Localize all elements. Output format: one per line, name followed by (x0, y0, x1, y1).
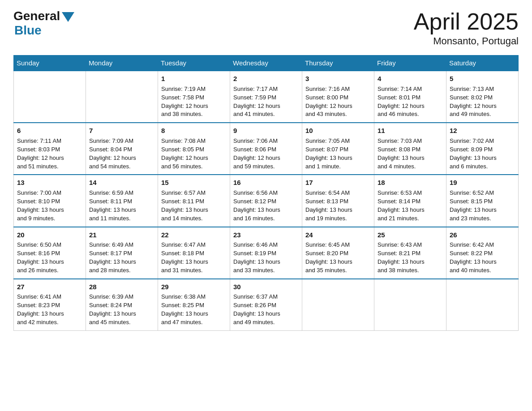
weekday-header-wednesday: Wednesday (230, 56, 302, 71)
day-number: 27 (17, 282, 82, 292)
logo-triangle-icon (62, 12, 74, 22)
weekday-header-thursday: Thursday (302, 56, 374, 71)
calendar-cell: 2Sunrise: 7:17 AMSunset: 7:59 PMDaylight… (230, 71, 302, 123)
day-info: Sunrise: 7:11 AMSunset: 8:03 PMDaylight:… (17, 137, 82, 171)
calendar-table: SundayMondayTuesdayWednesdayThursdayFrid… (13, 55, 519, 331)
day-number: 9 (233, 126, 299, 136)
logo-general-text: General (13, 9, 60, 23)
day-number: 14 (89, 178, 154, 188)
logo: General Blue (13, 9, 74, 38)
calendar-cell: 10Sunrise: 7:05 AMSunset: 8:07 PMDayligh… (302, 123, 374, 175)
calendar-cell: 18Sunrise: 6:53 AMSunset: 8:14 PMDayligh… (374, 175, 446, 227)
calendar-cell: 26Sunrise: 6:42 AMSunset: 8:22 PMDayligh… (446, 227, 519, 279)
calendar-cell (374, 279, 446, 331)
day-number: 23 (233, 230, 299, 240)
weekday-header-monday: Monday (86, 56, 158, 71)
calendar-cell: 28Sunrise: 6:39 AMSunset: 8:24 PMDayligh… (86, 279, 158, 331)
day-number: 4 (378, 74, 443, 84)
title-area: April 2025 Monsanto, Portugal (414, 9, 519, 47)
calendar-cell: 11Sunrise: 7:03 AMSunset: 8:08 PMDayligh… (374, 123, 446, 175)
calendar-cell: 21Sunrise: 6:49 AMSunset: 8:17 PMDayligh… (86, 227, 158, 279)
day-info: Sunrise: 7:02 AMSunset: 8:09 PMDaylight:… (450, 137, 515, 171)
day-info: Sunrise: 6:50 AMSunset: 8:16 PMDaylight:… (17, 241, 82, 274)
day-info: Sunrise: 7:17 AMSunset: 7:59 PMDaylight:… (233, 85, 299, 119)
day-number: 20 (17, 230, 82, 240)
day-info: Sunrise: 7:09 AMSunset: 8:04 PMDaylight:… (89, 137, 154, 171)
calendar-cell: 5Sunrise: 7:13 AMSunset: 8:02 PMDaylight… (446, 71, 519, 123)
day-info: Sunrise: 6:54 AMSunset: 8:13 PMDaylight:… (305, 189, 371, 223)
weekday-header-friday: Friday (374, 56, 446, 71)
day-number: 21 (89, 230, 154, 240)
day-info: Sunrise: 7:08 AMSunset: 8:05 PMDaylight:… (161, 137, 227, 171)
calendar-cell: 20Sunrise: 6:50 AMSunset: 8:16 PMDayligh… (14, 227, 86, 279)
week-row-5: 27Sunrise: 6:41 AMSunset: 8:23 PMDayligh… (14, 279, 519, 331)
day-info: Sunrise: 7:13 AMSunset: 8:02 PMDaylight:… (450, 85, 515, 119)
day-number: 18 (378, 178, 443, 188)
calendar-cell: 22Sunrise: 6:47 AMSunset: 8:18 PMDayligh… (158, 227, 230, 279)
day-number: 11 (378, 126, 443, 136)
month-title: April 2025 (414, 9, 519, 34)
day-info: Sunrise: 6:52 AMSunset: 8:15 PMDaylight:… (450, 189, 515, 223)
day-number: 16 (233, 178, 299, 188)
day-info: Sunrise: 6:49 AMSunset: 8:17 PMDaylight:… (89, 241, 154, 274)
calendar-cell: 3Sunrise: 7:16 AMSunset: 8:00 PMDaylight… (302, 71, 374, 123)
day-info: Sunrise: 6:39 AMSunset: 8:24 PMDaylight:… (89, 293, 154, 326)
calendar-cell: 6Sunrise: 7:11 AMSunset: 8:03 PMDaylight… (14, 123, 86, 175)
day-number: 26 (450, 230, 515, 240)
calendar-cell: 25Sunrise: 6:43 AMSunset: 8:21 PMDayligh… (374, 227, 446, 279)
day-info: Sunrise: 7:16 AMSunset: 8:00 PMDaylight:… (305, 85, 371, 119)
day-number: 22 (161, 230, 227, 240)
weekday-header-sunday: Sunday (14, 56, 86, 71)
calendar-cell: 30Sunrise: 6:37 AMSunset: 8:26 PMDayligh… (230, 279, 302, 331)
day-number: 7 (89, 126, 154, 136)
day-info: Sunrise: 6:42 AMSunset: 8:22 PMDaylight:… (450, 241, 515, 274)
week-row-3: 13Sunrise: 7:00 AMSunset: 8:10 PMDayligh… (14, 175, 519, 227)
calendar-cell (14, 71, 86, 123)
day-number: 29 (161, 282, 227, 292)
day-info: Sunrise: 7:00 AMSunset: 8:10 PMDaylight:… (17, 189, 82, 223)
week-row-4: 20Sunrise: 6:50 AMSunset: 8:16 PMDayligh… (14, 227, 519, 279)
calendar-cell: 7Sunrise: 7:09 AMSunset: 8:04 PMDaylight… (86, 123, 158, 175)
day-info: Sunrise: 7:14 AMSunset: 8:01 PMDaylight:… (378, 85, 443, 119)
day-number: 24 (305, 230, 371, 240)
day-number: 12 (450, 126, 515, 136)
day-info: Sunrise: 6:46 AMSunset: 8:19 PMDaylight:… (233, 241, 299, 274)
calendar-cell: 16Sunrise: 6:56 AMSunset: 8:12 PMDayligh… (230, 175, 302, 227)
calendar-cell (86, 71, 158, 123)
day-number: 28 (89, 282, 154, 292)
day-info: Sunrise: 6:59 AMSunset: 8:11 PMDaylight:… (89, 189, 154, 223)
day-info: Sunrise: 6:37 AMSunset: 8:26 PMDaylight:… (233, 293, 299, 326)
calendar-cell: 24Sunrise: 6:45 AMSunset: 8:20 PMDayligh… (302, 227, 374, 279)
day-info: Sunrise: 6:56 AMSunset: 8:12 PMDaylight:… (233, 189, 299, 223)
day-info: Sunrise: 7:19 AMSunset: 7:58 PMDaylight:… (161, 85, 227, 119)
day-number: 10 (305, 126, 371, 136)
day-number: 17 (305, 178, 371, 188)
calendar-cell: 15Sunrise: 6:57 AMSunset: 8:11 PMDayligh… (158, 175, 230, 227)
calendar-cell: 17Sunrise: 6:54 AMSunset: 8:13 PMDayligh… (302, 175, 374, 227)
calendar-cell: 27Sunrise: 6:41 AMSunset: 8:23 PMDayligh… (14, 279, 86, 331)
day-number: 15 (161, 178, 227, 188)
calendar-cell: 8Sunrise: 7:08 AMSunset: 8:05 PMDaylight… (158, 123, 230, 175)
day-info: Sunrise: 6:47 AMSunset: 8:18 PMDaylight:… (161, 241, 227, 274)
calendar-cell: 19Sunrise: 6:52 AMSunset: 8:15 PMDayligh… (446, 175, 519, 227)
calendar-cell: 4Sunrise: 7:14 AMSunset: 8:01 PMDaylight… (374, 71, 446, 123)
day-info: Sunrise: 7:03 AMSunset: 8:08 PMDaylight:… (378, 137, 443, 171)
calendar-cell: 1Sunrise: 7:19 AMSunset: 7:58 PMDaylight… (158, 71, 230, 123)
calendar-cell: 29Sunrise: 6:38 AMSunset: 8:25 PMDayligh… (158, 279, 230, 331)
day-info: Sunrise: 7:06 AMSunset: 8:06 PMDaylight:… (233, 137, 299, 171)
day-number: 8 (161, 126, 227, 136)
calendar-cell: 9Sunrise: 7:06 AMSunset: 8:06 PMDaylight… (230, 123, 302, 175)
calendar-cell: 12Sunrise: 7:02 AMSunset: 8:09 PMDayligh… (446, 123, 519, 175)
day-info: Sunrise: 6:38 AMSunset: 8:25 PMDaylight:… (161, 293, 227, 326)
day-number: 5 (450, 74, 515, 84)
day-info: Sunrise: 6:41 AMSunset: 8:23 PMDaylight:… (17, 293, 82, 326)
day-info: Sunrise: 7:05 AMSunset: 8:07 PMDaylight:… (305, 137, 371, 171)
calendar-cell: 13Sunrise: 7:00 AMSunset: 8:10 PMDayligh… (14, 175, 86, 227)
weekday-header-tuesday: Tuesday (158, 56, 230, 71)
day-info: Sunrise: 6:45 AMSunset: 8:20 PMDaylight:… (305, 241, 371, 274)
day-number: 25 (378, 230, 443, 240)
day-number: 2 (233, 74, 299, 84)
calendar-cell: 23Sunrise: 6:46 AMSunset: 8:19 PMDayligh… (230, 227, 302, 279)
weekday-header-row: SundayMondayTuesdayWednesdayThursdayFrid… (14, 56, 519, 71)
page-header: General Blue April 2025 Monsanto, Portug… (13, 9, 519, 47)
